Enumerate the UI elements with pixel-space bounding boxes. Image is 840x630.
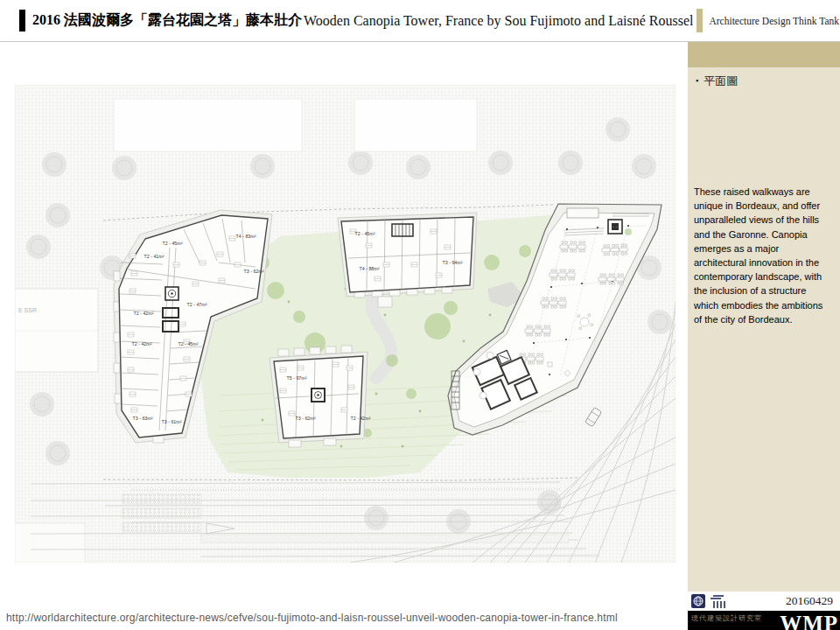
- svg-text:T3 - 62m²: T3 - 62m²: [244, 269, 264, 274]
- svg-text:T2 - 45m²: T2 - 45m²: [178, 341, 199, 346]
- sidebar-body-text: These raised walkways are unique in Bord…: [694, 185, 828, 326]
- slide-header: 2016 法國波爾多「露台花園之塔」藤本壯介 Wooden Canopia To…: [0, 0, 840, 42]
- building-mid-bottom: [270, 346, 368, 447]
- sidebar-section-title: ▪平面圖: [696, 74, 738, 89]
- stair-core: [312, 388, 325, 402]
- lab-name: 現代建築設計研究室: [691, 613, 762, 623]
- svg-text:T2 - 45m²: T2 - 45m²: [163, 241, 183, 246]
- globe-logo-icon: [691, 594, 705, 608]
- right-sidebar: ▪平面圖 These raised walkways are unique in…: [688, 42, 840, 630]
- page-title-en: Wooden Canopia Tower, France by Sou Fuji…: [304, 13, 693, 29]
- sidebar-top-band: [688, 42, 840, 67]
- wmp-watermark: WMP: [780, 612, 838, 630]
- svg-text:T2 - 41m²: T2 - 41m²: [144, 254, 164, 259]
- svg-text:T3 - 61m²: T3 - 61m²: [162, 419, 182, 424]
- bullet-icon: ▪: [696, 76, 698, 85]
- svg-text:T4 - 88m²: T4 - 88m²: [360, 266, 380, 271]
- site-plan-drawing: E SSR: [15, 85, 676, 563]
- date-text: 20160429: [786, 594, 833, 608]
- page-title-zh: 2016 法國波爾多「露台花園之塔」藤本壯介: [32, 11, 302, 30]
- brand-text: Architecture Design Think Tank: [709, 16, 839, 26]
- svg-text:T2 - 42m²: T2 - 42m²: [351, 416, 371, 421]
- footer-black-bar: 現代建築設計研究室 WMP: [688, 611, 840, 630]
- brand-accent-bar: [696, 9, 703, 32]
- svg-text:T2 - 47m²: T2 - 47m²: [187, 302, 207, 307]
- adjacent-building-label: E SSR: [18, 307, 37, 313]
- svg-text:T2 - 42m²: T2 - 42m²: [132, 341, 152, 346]
- source-url[interactable]: http://worldarchitecture.org/architectur…: [6, 612, 618, 624]
- columns-logo-icon: [710, 594, 725, 608]
- elevator-core: [608, 220, 622, 234]
- svg-text:T4 - 83m²: T4 - 83m²: [236, 234, 256, 239]
- svg-text:T3 - 62m²: T3 - 62m²: [296, 416, 316, 421]
- svg-text:T3 - 64m²: T3 - 64m²: [443, 260, 463, 265]
- svg-text:T3 - 63m²: T3 - 63m²: [133, 416, 153, 421]
- title-accent-bar: [19, 10, 25, 32]
- svg-text:T2 - 45m²: T2 - 45m²: [355, 231, 375, 236]
- footer-logo-strip: 20160429: [688, 592, 840, 611]
- sidebar-section-label: 平面圖: [704, 74, 738, 88]
- svg-text:T5 - 97m²: T5 - 97m²: [287, 375, 307, 381]
- svg-text:T2 - 42m²: T2 - 42m²: [134, 311, 154, 316]
